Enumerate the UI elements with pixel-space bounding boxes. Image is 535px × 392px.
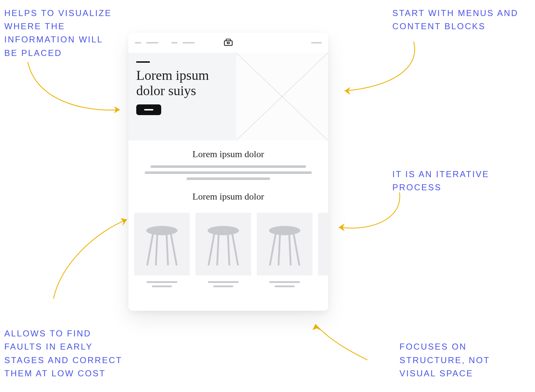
product-caption-placeholder [208, 281, 239, 287]
annotation-bot-left: ALLOWS TO FIND FAULTS IN EARLY STAGES AN… [4, 327, 126, 380]
product-image-placeholder [318, 213, 328, 275]
product-card[interactable] [318, 213, 328, 287]
wireframe-mockup: Lorem ipsum dolor suiys Lorem ipsum dolo… [128, 33, 328, 311]
nav-item-placeholder[interactable] [183, 42, 195, 43]
content-section-1: Lorem ipsum dolor [128, 140, 328, 181]
stool-icon [204, 223, 243, 265]
nav-item-placeholder[interactable] [146, 42, 158, 43]
hero-accent-rule [136, 61, 150, 63]
arrow-bot-right-icon [300, 317, 378, 367]
content-section-2: Lorem ipsum dolor [128, 181, 328, 209]
svg-rect-0 [224, 41, 232, 46]
product-card[interactable] [195, 213, 251, 287]
hero-image-placeholder [236, 53, 328, 140]
product-image-placeholder [257, 213, 312, 275]
product-image-placeholder [195, 213, 251, 275]
product-cards-row [128, 209, 328, 295]
paragraph-placeholder [138, 165, 319, 180]
section-heading: Lorem ipsum dolor [138, 191, 319, 202]
annotation-top-left: HELPS TO VISUALIZE WHERE THE INFORMATION… [4, 6, 118, 60]
arrow-top-left-icon [14, 57, 128, 121]
product-caption-placeholder [269, 281, 300, 287]
arrow-mid-right-icon [328, 189, 407, 242]
arrow-top-right-icon [332, 37, 424, 102]
stool-icon [265, 223, 304, 265]
product-card[interactable] [134, 213, 190, 287]
product-image-placeholder [134, 213, 190, 275]
hero-cta-button[interactable] [136, 104, 161, 115]
nav-item-placeholder[interactable] [135, 42, 141, 43]
svg-rect-1 [227, 42, 229, 44]
svg-point-6 [269, 226, 300, 235]
product-caption-placeholder [147, 281, 177, 287]
annotation-bot-right: FOCUSES ON STRUCTURE, NOT VISUAL SPACE [399, 340, 521, 380]
section-heading: Lorem ipsum dolor [138, 149, 319, 160]
nav-item-placeholder[interactable] [311, 42, 322, 43]
arrow-bot-left-icon [43, 210, 136, 303]
product-card[interactable] [257, 213, 312, 287]
annotation-top-right: START WITH MENUS AND CONTENT BLOCKS [392, 6, 521, 33]
hero-heading: Lorem ipsum dolor suiys [136, 68, 228, 98]
logo-icon [223, 39, 233, 47]
nav-item-placeholder[interactable] [171, 42, 178, 43]
stool-icon [142, 223, 182, 265]
topbar [128, 33, 328, 53]
svg-point-5 [208, 226, 239, 235]
hero-section: Lorem ipsum dolor suiys [128, 53, 328, 140]
svg-point-4 [146, 226, 178, 235]
annotation-mid-right: IT IS AN ITERATIVE PROCESS [392, 167, 521, 194]
